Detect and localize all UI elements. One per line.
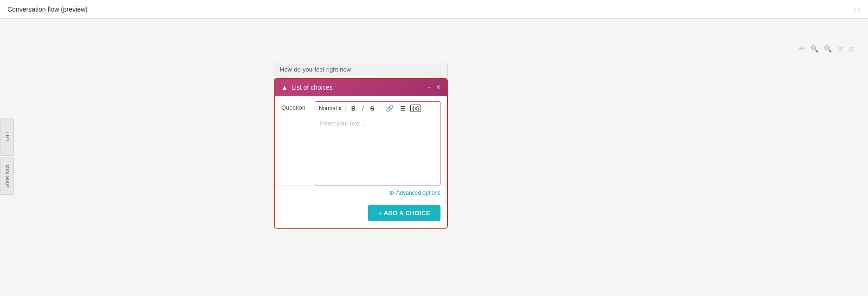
minimap-button[interactable]: MINIMAP: [0, 158, 14, 195]
list-button[interactable]: ☰: [398, 104, 408, 113]
advanced-options-icon: ⊕: [389, 189, 395, 197]
divider-1: [345, 105, 346, 112]
variable-button[interactable]: {x}: [410, 105, 421, 112]
choices-arrow-icon: ▲: [281, 84, 288, 91]
choices-header-right: − ×: [427, 84, 440, 91]
arrow-right-icon[interactable]: ›: [858, 5, 861, 14]
editor-wrapper: Normal ⬍ B I S 🔗 ☰ {x} Insert: [315, 101, 440, 185]
advanced-options-row: ⊕ Advanced options: [275, 185, 447, 200]
question-row: Question Normal ⬍ B I S: [275, 96, 447, 185]
choices-header[interactable]: ▲ List of choices − ×: [275, 79, 447, 96]
side-panel: TRY MINIMAP: [0, 118, 14, 197]
arrow-left-icon[interactable]: ‹: [853, 5, 856, 14]
zoom-reset-icon[interactable]: ⊕: [837, 45, 843, 53]
add-choice-button[interactable]: + ADD A CHOICE: [368, 205, 440, 221]
toolbar-icons: ↩ 🔍 🔍 ⊕ ⊞: [799, 44, 854, 53]
try-button[interactable]: TRY: [0, 118, 14, 156]
editor-content[interactable]: Insert your text ...: [315, 115, 440, 185]
strike-button[interactable]: S: [369, 104, 376, 113]
add-choice-row: + ADD A CHOICE: [275, 200, 447, 228]
page-title: Conversation flow (preview): [7, 6, 88, 13]
top-bar: Conversation flow (preview) ‹ ›: [0, 0, 868, 19]
try-label: TRY: [5, 132, 10, 142]
question-label: Question: [281, 101, 309, 111]
chevron-down-icon: ⬍: [338, 106, 342, 111]
minimap-label: MINIMAP: [5, 164, 10, 188]
undo-icon[interactable]: ↩: [799, 44, 805, 53]
zoom-in-icon[interactable]: 🔍: [824, 45, 832, 53]
node-label: How-do-you-feel-right-now: [274, 63, 448, 76]
settings-icon[interactable]: ⊞: [849, 45, 854, 53]
italic-button[interactable]: I: [360, 104, 366, 113]
choices-block: ▲ List of choices − × Question: [274, 78, 448, 229]
choices-body: Question Normal ⬍ B I S: [275, 96, 447, 228]
editor-toolbar: Normal ⬍ B I S 🔗 ☰ {x}: [315, 102, 440, 115]
node-container: How-do-you-feel-right-now ▲ List of choi…: [274, 63, 448, 229]
link-button[interactable]: 🔗: [384, 104, 395, 113]
bold-button[interactable]: B: [350, 104, 357, 113]
format-select[interactable]: Normal ⬍: [319, 105, 342, 112]
choices-title: List of choices: [291, 84, 333, 91]
advanced-options-label: Advanced options: [396, 190, 440, 196]
advanced-options-link[interactable]: ⊕ Advanced options: [389, 189, 440, 197]
minimize-button[interactable]: −: [427, 84, 431, 91]
zoom-out-icon[interactable]: 🔍: [810, 45, 818, 53]
divider-2: [380, 105, 380, 112]
choices-header-left: ▲ List of choices: [281, 84, 333, 91]
close-button[interactable]: ×: [436, 84, 440, 91]
nav-arrows: ‹ ›: [853, 5, 861, 14]
format-value: Normal: [319, 105, 337, 112]
canvas: ↩ 🔍 🔍 ⊕ ⊞ TRY MINIMAP How-do-you-feel-ri…: [0, 19, 868, 296]
